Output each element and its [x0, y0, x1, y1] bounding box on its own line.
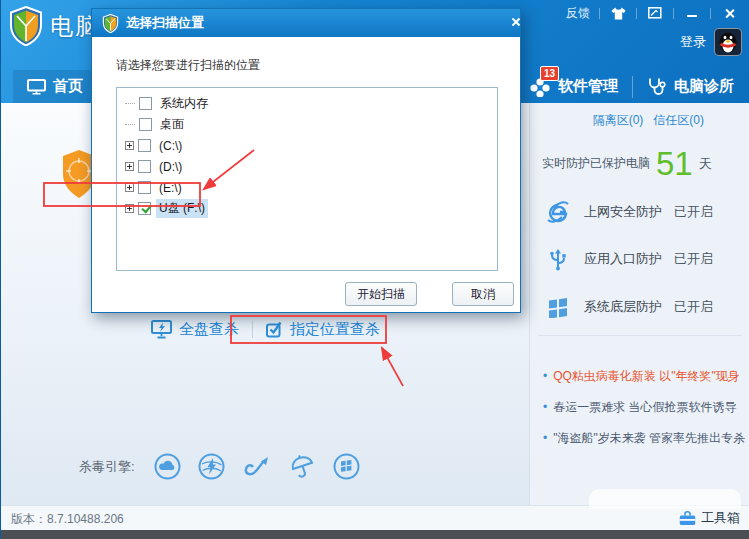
- login-area: 登录: [680, 28, 742, 56]
- news-list: • QQ粘虫病毒化新装 以"年终奖"现身 • 春运一票难求 当心假抢票软件诱导 …: [543, 369, 746, 462]
- dialog-prompt: 请选择您要进行扫描的位置: [116, 57, 260, 74]
- nav-right: 13 软件管理 电脑诊所: [515, 70, 748, 103]
- tree-item-desktop[interactable]: 桌面: [117, 114, 497, 135]
- tree-item-drive-d[interactable]: (D:\): [117, 156, 497, 177]
- dialog-title: 选择扫描位置: [126, 14, 204, 32]
- stethoscope-icon: [647, 77, 667, 96]
- toolbox-label: 工具箱: [701, 509, 740, 527]
- checkbox-drive-e[interactable]: [138, 181, 151, 194]
- globe-engine-icon: [198, 453, 225, 480]
- divider: [710, 8, 711, 19]
- window-controls: 反馈: [566, 4, 738, 22]
- custom-scan-label: 指定位置查杀: [290, 320, 380, 339]
- protection-status: 已开启: [674, 250, 713, 268]
- tab-home[interactable]: 首页: [13, 70, 97, 103]
- quarantine-link[interactable]: 隔离区(0): [593, 112, 644, 129]
- ie-browser-icon: [544, 200, 572, 224]
- usb-icon: [544, 247, 572, 271]
- protection-label: 上网安全防护: [584, 203, 662, 221]
- engine-bar: 杀毒引擎:: [79, 453, 360, 480]
- tree-connector: [125, 124, 135, 125]
- software-badge: 13: [540, 66, 559, 81]
- swoosh-engine-icon: [242, 454, 272, 480]
- custom-scan-icon: [266, 321, 283, 338]
- tree-item-drive-e[interactable]: (E:\): [117, 177, 497, 198]
- app-logo: 电脑: [9, 6, 100, 46]
- stat-unit: 天: [699, 155, 712, 173]
- full-scan-icon: [151, 320, 172, 339]
- monitor-icon: [27, 79, 46, 95]
- checkbox-drive-c[interactable]: [138, 139, 151, 152]
- expand-toggle[interactable]: [125, 162, 134, 171]
- cancel-button[interactable]: 取消: [452, 282, 514, 306]
- tab-software-label: 软件管理: [558, 77, 618, 96]
- version-label: 版本：8.7.10488.206: [11, 511, 124, 528]
- protection-item-usb[interactable]: 应用入口防护 已开启: [544, 245, 713, 273]
- protection-item-web[interactable]: 上网安全防护 已开启: [544, 198, 713, 226]
- app-window: 电脑 反馈 登录: [0, 0, 749, 539]
- start-scan-button[interactable]: 开始扫描: [345, 282, 417, 306]
- feedback-link[interactable]: 反馈: [566, 5, 590, 22]
- tab-home-label: 首页: [53, 77, 83, 96]
- checkbox-system-memory[interactable]: [139, 97, 152, 110]
- expand-toggle[interactable]: [125, 204, 134, 213]
- protection-stat: 实时防护已保护电脑 51 天: [542, 147, 712, 180]
- tree-connector: [125, 103, 135, 104]
- checkbox-drive-d[interactable]: [138, 160, 151, 173]
- taskbar-strip: [1, 530, 749, 539]
- sidebar: 隔离区(0) 信任区(0) 实时防护已保护电脑 51 天 上网安全防护 已开启: [529, 103, 749, 505]
- watermark: [589, 489, 741, 509]
- minimize-button[interactable]: [683, 5, 701, 21]
- cloud-engine-icon: [154, 453, 181, 480]
- news-item[interactable]: • "海盗船"岁未来袭 管家率先推出专杀: [543, 431, 746, 445]
- tree-item-usb-f[interactable]: U盘 (F:\): [117, 198, 497, 219]
- protection-status: 已开启: [674, 298, 713, 316]
- checkbox-usb-f[interactable]: [138, 202, 151, 215]
- toolbox-icon: [679, 511, 696, 526]
- divider: [252, 321, 253, 338]
- dialog-titlebar[interactable]: 选择扫描位置: [92, 9, 520, 37]
- main-panel-icon[interactable]: [646, 5, 664, 21]
- tree-item-drive-c[interactable]: (C:\): [117, 135, 497, 156]
- engines-label: 杀毒引擎:: [79, 458, 135, 476]
- login-link[interactable]: 登录: [680, 33, 706, 51]
- full-scan-button[interactable]: 全盘查杀: [151, 320, 239, 339]
- umbrella-engine-icon: [289, 453, 316, 480]
- expand-toggle[interactable]: [125, 183, 134, 192]
- scan-location-tree: 系统内存 桌面 (C:\) (D:\) (E:\): [116, 87, 498, 271]
- windows-icon: [544, 296, 572, 318]
- tab-pc-clinic[interactable]: 电脑诊所: [633, 70, 748, 103]
- bullet-icon: •: [543, 431, 547, 445]
- close-button[interactable]: [720, 5, 738, 21]
- scan-location-dialog: 选择扫描位置 请选择您要进行扫描的位置 系统内存 桌面 (C:\): [91, 8, 521, 313]
- protection-label: 应用入口防护: [584, 250, 662, 268]
- tab-clinic-label: 电脑诊所: [674, 77, 734, 96]
- app-logo-icon: [9, 6, 43, 46]
- toolbox-button[interactable]: 工具箱: [679, 509, 740, 527]
- protection-status: 已开启: [674, 203, 713, 221]
- full-scan-label: 全盘查杀: [179, 320, 239, 339]
- protection-label: 系统底层防护: [584, 298, 662, 316]
- protection-item-system[interactable]: 系统底层防护 已开启: [544, 293, 713, 321]
- divider: [673, 8, 674, 19]
- divider: [636, 8, 637, 19]
- custom-scan-button[interactable]: 指定位置查杀: [266, 320, 380, 339]
- skin-icon[interactable]: [609, 5, 627, 21]
- stat-prefix: 实时防护已保护电脑: [542, 155, 650, 172]
- checkbox-desktop[interactable]: [139, 118, 152, 131]
- qq-avatar[interactable]: [714, 28, 742, 56]
- bullet-icon: •: [543, 400, 547, 414]
- divider: [599, 8, 600, 19]
- divider: [538, 335, 742, 336]
- stat-days: 51: [656, 147, 693, 180]
- windows-engine-icon: [333, 453, 360, 480]
- dialog-shield-icon: [102, 14, 119, 33]
- tree-item-system-memory[interactable]: 系统内存: [117, 93, 497, 114]
- bullet-icon: •: [543, 369, 547, 383]
- expand-toggle[interactable]: [125, 141, 134, 150]
- news-item[interactable]: • 春运一票难求 当心假抢票软件诱导: [543, 400, 746, 414]
- scan-links: 全盘查杀 指定位置查杀: [151, 320, 380, 339]
- tab-software-manage[interactable]: 13 软件管理: [515, 70, 632, 103]
- trust-link[interactable]: 信任区(0): [653, 112, 704, 129]
- news-item[interactable]: • QQ粘虫病毒化新装 以"年终奖"现身: [543, 369, 746, 383]
